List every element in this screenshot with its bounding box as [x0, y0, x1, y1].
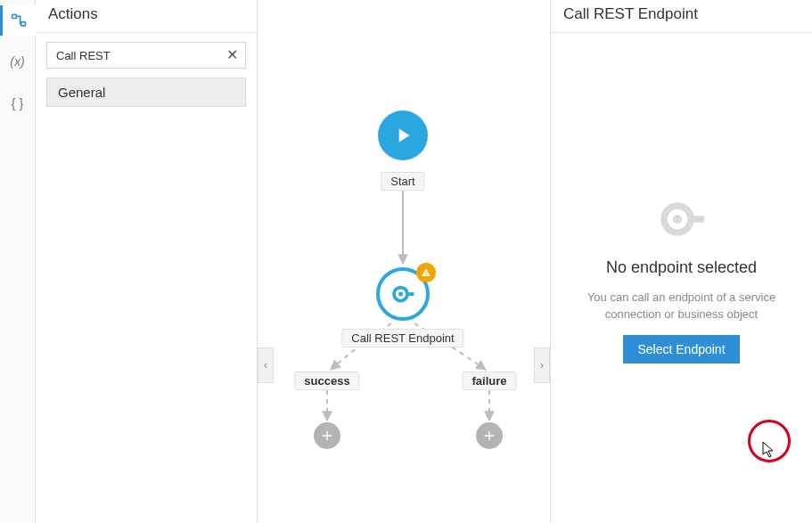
actions-search-input[interactable]: [46, 42, 246, 69]
category-general[interactable]: General: [46, 78, 246, 107]
cursor-icon: [762, 441, 776, 459]
play-icon: [391, 124, 414, 147]
variables-icon: (x): [10, 54, 24, 69]
plus-icon: [320, 429, 334, 443]
endpoint-large-icon: [651, 192, 713, 246]
svg-rect-0: [12, 14, 17, 18]
types-icon: { }: [11, 95, 23, 110]
svg-rect-1: [21, 22, 26, 26]
rail-actions[interactable]: [0, 5, 36, 36]
flow-canvas[interactable]: ‹ › Start: [258, 0, 550, 523]
properties-panel: Call REST Endpoint No endpoint selected …: [550, 0, 812, 523]
empty-state-description: You can call an endpoint of a service co…: [569, 290, 794, 322]
left-rail: (x) { }: [0, 0, 36, 523]
branch-failure-label: failure: [462, 372, 516, 390]
endpoint-icon: [390, 281, 416, 307]
flow-icon: [10, 12, 28, 29]
properties-title: Call REST Endpoint: [551, 0, 812, 33]
rest-node-label: Call REST Endpoint: [341, 329, 463, 347]
add-action-success[interactable]: [314, 422, 340, 449]
actions-title: Actions: [36, 0, 257, 33]
annotation-circle: [748, 420, 791, 462]
svg-rect-9: [426, 274, 427, 275]
plus-icon: [482, 429, 496, 443]
warning-icon: [421, 267, 431, 278]
branch-success-label: success: [294, 372, 359, 390]
search-clear-button[interactable]: ✕: [223, 45, 241, 63]
svg-point-6: [398, 292, 403, 297]
search-wrap: ✕: [46, 42, 246, 69]
actions-panel: Actions ✕ General: [36, 0, 258, 523]
start-label: Start: [381, 172, 424, 191]
select-endpoint-button[interactable]: Select Endpoint: [623, 335, 739, 364]
rail-types[interactable]: { }: [0, 87, 36, 118]
empty-state-title: No endpoint selected: [606, 258, 757, 277]
add-action-failure[interactable]: [476, 422, 503, 449]
svg-point-11: [673, 215, 682, 224]
warning-badge: [416, 263, 436, 282]
flow-connectors: [258, 0, 550, 523]
rail-variables[interactable]: (x): [0, 46, 36, 77]
start-node[interactable]: [378, 110, 428, 160]
svg-rect-8: [426, 272, 427, 274]
close-icon: ✕: [226, 46, 238, 63]
